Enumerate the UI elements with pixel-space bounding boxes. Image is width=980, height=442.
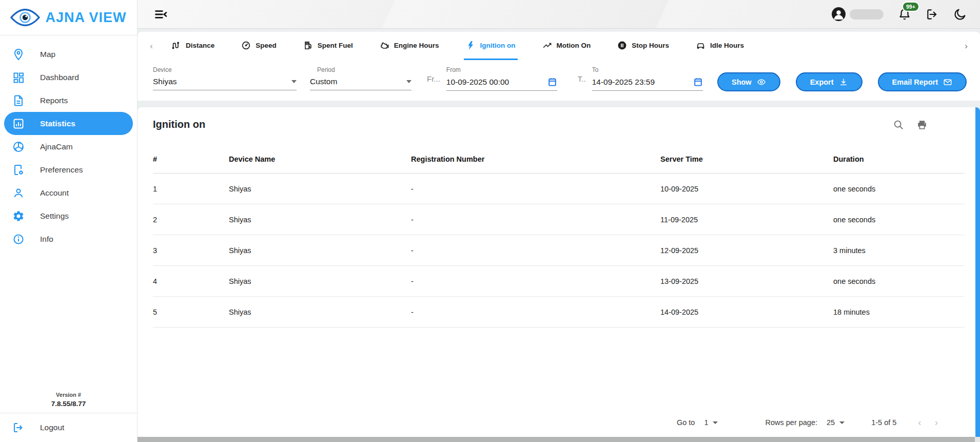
table-row[interactable]: 4 Shiyas - 13-09-2025 one seconds	[153, 266, 965, 297]
sidebar: AJNA VIEW Map Dashboard Reports	[0, 0, 138, 442]
tab-label: Speed	[256, 42, 277, 49]
app-root: AJNA VIEW Map Dashboard Reports	[0, 0, 980, 442]
sidebar-item-account[interactable]: Account	[0, 181, 137, 204]
collapse-sidebar-button[interactable]	[154, 7, 169, 22]
info-icon	[12, 233, 25, 245]
table-row[interactable]: 1 Shiyas - 10-09-2025 one seconds	[153, 174, 965, 204]
device-value: Shiyas	[153, 77, 177, 86]
account-icon	[12, 187, 25, 199]
notification-count-badge: 99+	[902, 2, 919, 12]
user-account-widget[interactable]	[832, 7, 884, 21]
search-icon[interactable]	[893, 119, 904, 130]
print-icon[interactable]	[916, 119, 928, 130]
topbar: 99+	[138, 0, 980, 29]
cell-duration: 3 minutes	[833, 246, 965, 255]
engine-icon	[380, 41, 389, 50]
notifications-button[interactable]: 99+	[898, 8, 911, 21]
calendar-icon[interactable]	[693, 77, 703, 87]
cell-server-time: 14-09-2025	[660, 308, 833, 316]
download-icon	[839, 78, 848, 87]
cell-index: 1	[153, 185, 229, 193]
goto-page-label: Go to	[677, 418, 695, 427]
cell-index: 2	[153, 216, 229, 224]
map-pin-icon	[12, 48, 25, 61]
sidebar-item-settings[interactable]: Settings	[0, 204, 137, 227]
sidebar-item-info[interactable]: Info	[0, 227, 137, 251]
tabs-scroll-left-chevron[interactable]: ‹	[145, 41, 158, 51]
calendar-icon[interactable]	[547, 77, 557, 87]
sidebar-item-label: Statistics	[40, 119, 75, 128]
show-button[interactable]: Show	[717, 72, 780, 91]
logout-icon[interactable]	[926, 8, 939, 21]
cell-server-time: 13-09-2025	[660, 277, 833, 285]
tab-spent-fuel[interactable]: Spent Fuel	[301, 32, 355, 60]
period-select[interactable]: Period Custom	[310, 66, 411, 90]
route-icon	[171, 41, 181, 50]
statistics-toolbar-card: ‹ Distance Speed Spent Fuel	[138, 32, 980, 101]
email-report-button[interactable]: Email Report	[878, 72, 967, 91]
dashboard-icon	[12, 71, 25, 84]
tab-label: Ignition on	[480, 42, 516, 49]
vertical-scrollbar-thumb[interactable]	[975, 107, 980, 437]
settings-icon	[12, 210, 25, 222]
cell-device-name: Shiyas	[229, 277, 411, 285]
report-title: Ignition on	[153, 119, 205, 130]
tab-label: Spent Fuel	[318, 42, 353, 49]
tab-engine-hours[interactable]: Engine Hours	[378, 32, 441, 60]
from-datetime-field[interactable]: From 10-09-2025 00:00	[446, 66, 557, 91]
device-select[interactable]: Device Shiyas	[153, 66, 297, 90]
tab-idle-hours[interactable]: Idle Hours	[694, 32, 746, 60]
tabs-scroll-right-chevron[interactable]: ›	[959, 41, 973, 51]
pagination-range: 1-5 of 5	[871, 418, 896, 427]
to-value: 14-09-2025 23:59	[592, 78, 655, 87]
goto-page-select[interactable]: 1	[704, 418, 718, 427]
report-inner: Ignition on # Device Name Registration N…	[138, 107, 980, 437]
table-row[interactable]: 3 Shiyas - 12-09-2025 3 minutes	[153, 235, 965, 266]
sidebar-item-label: Settings	[40, 212, 69, 221]
previous-page-chevron[interactable]: ‹	[918, 417, 921, 428]
col-server-time: Server Time	[660, 155, 833, 163]
to-datetime-field[interactable]: To 14-09-2025 23:59	[592, 66, 703, 91]
chevron-down-icon	[839, 421, 845, 424]
sidebar-item-preferences[interactable]: Preferences	[0, 158, 137, 181]
period-value: Custom	[310, 77, 337, 86]
tab-motion-on[interactable]: Motion On	[540, 32, 593, 60]
table-row[interactable]: 5 Shiyas - 14-09-2025 18 minutes	[153, 297, 965, 328]
report-header: Ignition on	[153, 119, 965, 130]
sidebar-item-label: Info	[40, 235, 53, 244]
tab-stop-hours[interactable]: Stop Hours	[615, 32, 671, 60]
goto-page-value: 1	[704, 418, 708, 427]
col-registration-number: Registration Number	[411, 155, 660, 163]
cell-duration: one seconds	[833, 185, 965, 193]
tab-label: Engine Hours	[394, 42, 439, 49]
sidebar-item-statistics[interactable]: Statistics	[4, 112, 133, 135]
brand-logo: AJNA VIEW	[0, 0, 137, 35]
sidebar-item-logout[interactable]: Logout	[0, 413, 137, 442]
tab-distance[interactable]: Distance	[169, 32, 217, 60]
horizontal-scrollbar-thumb[interactable]	[138, 437, 975, 442]
dark-mode-moon-icon[interactable]	[953, 8, 967, 21]
brand-name: AJNA VIEW	[45, 10, 126, 26]
tab-label: Distance	[186, 42, 214, 49]
table-row[interactable]: 2 Shiyas - 11-09-2025 one seconds	[153, 204, 965, 235]
export-button[interactable]: Export	[796, 72, 863, 91]
sidebar-item-reports[interactable]: Reports	[0, 89, 137, 112]
sidebar-item-ajnacam[interactable]: AjnaCam	[0, 135, 137, 158]
tabs: Distance Speed Spent Fuel Engine Ho	[169, 32, 746, 60]
tab-ignition-on[interactable]: Ignition on	[464, 32, 518, 60]
cell-registration-number: -	[411, 277, 660, 285]
sidebar-item-map[interactable]: Map	[0, 43, 137, 66]
next-page-chevron[interactable]: ›	[935, 417, 938, 428]
filter-row: Device Shiyas Period Custom Fr...	[138, 60, 980, 101]
sidebar-item-dashboard[interactable]: Dashboard	[0, 66, 137, 89]
statistics-icon	[12, 118, 25, 130]
cell-server-time: 12-09-2025	[660, 246, 833, 255]
rows-per-page-select[interactable]: 25	[827, 418, 845, 427]
scrollbar-corner	[975, 437, 980, 442]
sidebar-item-label: AjnaCam	[40, 142, 73, 151]
speedometer-icon	[241, 41, 251, 50]
cell-server-time: 10-09-2025	[660, 185, 833, 193]
car-icon	[696, 41, 705, 50]
report-header-actions	[893, 119, 928, 130]
tab-speed[interactable]: Speed	[239, 32, 279, 60]
